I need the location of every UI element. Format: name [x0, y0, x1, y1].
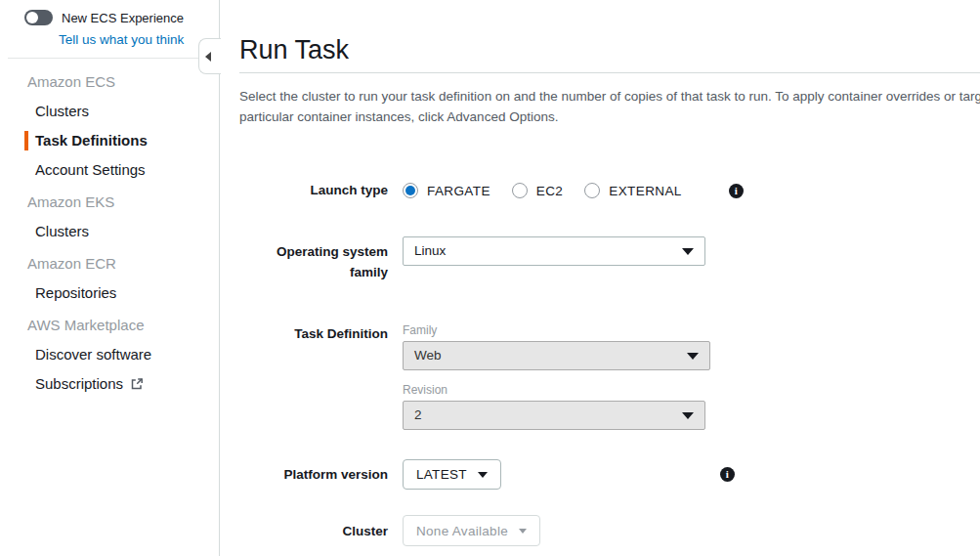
task-definition-row: Task Definition Family Web Revision 2: [239, 323, 980, 430]
sidebar-item-account-settings[interactable]: Account Settings: [0, 155, 219, 185]
sidebar-item-clusters-ecs[interactable]: Clusters: [0, 97, 219, 126]
os-family-select[interactable]: Linux: [403, 236, 705, 266]
sidebar-nav: Amazon ECS Clusters Task Definitions Acc…: [0, 59, 219, 399]
toggle-knob: [26, 12, 38, 23]
family-value: Web: [414, 348, 442, 363]
section-header-amazon-eks: Amazon EKS: [0, 188, 219, 217]
os-family-row: Operating system family Linux: [239, 236, 980, 282]
platform-version-value: LATEST: [416, 467, 467, 482]
launch-type-radio-group: FARGATE EC2 EXTERNAL: [403, 183, 744, 198]
sidebar-item-clusters-eks[interactable]: Clusters: [0, 217, 219, 246]
radio-external[interactable]: [584, 183, 600, 198]
sidebar-item-discover-software[interactable]: Discover software: [0, 340, 219, 369]
platform-version-row: Platform version LATEST: [239, 459, 980, 490]
radio-fargate[interactable]: [403, 183, 418, 198]
revision-value: 2: [414, 407, 422, 422]
radio-option-ec2[interactable]: EC2: [512, 183, 563, 198]
section-header-aws-marketplace: AWS Marketplace: [0, 311, 219, 340]
cluster-dropdown[interactable]: None Available: [403, 515, 540, 546]
new-ecs-experience-row: New ECS Experience: [24, 9, 219, 26]
radio-external-label: EXTERNAL: [609, 184, 681, 198]
radio-ec2-label: EC2: [536, 184, 563, 198]
os-family-label: Operating system family: [239, 236, 388, 282]
cluster-value: None Available: [416, 524, 508, 538]
page-title: Run Task: [239, 37, 980, 64]
family-select[interactable]: Web: [403, 341, 710, 370]
platform-version-info-icon[interactable]: [720, 467, 735, 482]
page-description: Select the cluster to run your task defi…: [239, 86, 980, 127]
main-content: Run Task Select the cluster to run your …: [220, 0, 980, 556]
sidebar: New ECS Experience Tell us what you thin…: [0, 0, 220, 556]
run-task-form: Launch type FARGATE EC2 EXTERNAL Operati…: [239, 182, 980, 546]
family-label: Family: [403, 323, 710, 337]
revision-label: Revision: [403, 383, 710, 397]
launch-type-info-icon[interactable]: [729, 184, 744, 198]
caret-down-icon: [687, 353, 699, 360]
section-header-amazon-ecr: Amazon ECR: [0, 249, 219, 278]
feedback-link[interactable]: Tell us what you think: [59, 32, 219, 50]
cluster-label: Cluster: [239, 516, 388, 546]
revision-select[interactable]: 2: [403, 401, 705, 430]
sidebar-item-subscriptions[interactable]: Subscriptions: [0, 369, 219, 399]
external-link-icon: [130, 371, 144, 401]
task-definition-label: Task Definition: [239, 323, 388, 430]
radio-option-fargate[interactable]: FARGATE: [403, 183, 490, 198]
platform-version-label: Platform version: [239, 459, 388, 490]
sidebar-collapse-button[interactable]: [198, 38, 221, 74]
collapse-arrow-icon: [205, 52, 211, 62]
os-family-value: Linux: [414, 243, 446, 258]
task-definition-fields: Family Web Revision 2: [403, 323, 710, 430]
caret-down-icon: [682, 412, 694, 419]
caret-down-icon: [478, 472, 488, 478]
radio-fargate-label: FARGATE: [427, 184, 490, 198]
new-ecs-experience-label: New ECS Experience: [62, 11, 184, 25]
sidebar-item-repositories[interactable]: Repositories: [0, 278, 219, 308]
cluster-row: Cluster None Available: [239, 515, 980, 546]
caret-down-icon: [682, 248, 694, 255]
subscriptions-label: Subscriptions: [35, 375, 123, 392]
launch-type-label: Launch type: [239, 182, 388, 199]
radio-option-external[interactable]: EXTERNAL: [584, 183, 681, 198]
section-header-amazon-ecs: Amazon ECS: [0, 67, 219, 97]
launch-type-row: Launch type FARGATE EC2 EXTERNAL: [239, 182, 980, 199]
platform-version-dropdown[interactable]: LATEST: [403, 459, 501, 490]
new-ecs-experience-toggle[interactable]: [24, 10, 53, 25]
radio-ec2[interactable]: [512, 183, 528, 198]
title-divider: [239, 72, 980, 73]
sidebar-item-task-definitions[interactable]: Task Definitions: [0, 126, 219, 155]
caret-down-icon: [519, 529, 527, 534]
